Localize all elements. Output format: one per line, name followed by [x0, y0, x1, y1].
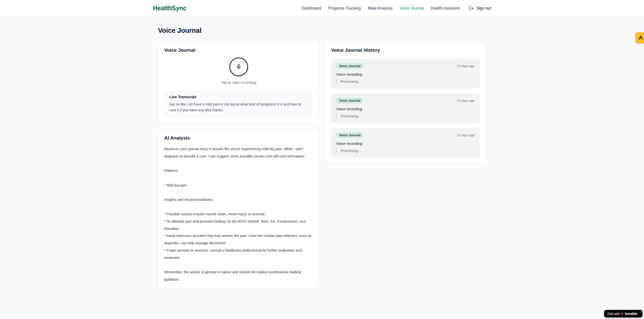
nav-dashboard[interactable]: Dashboard: [301, 6, 321, 11]
entry-status: Processing...: [336, 79, 475, 84]
entry-title: Voice recording: [336, 141, 475, 146]
edit-with-lovable-badge[interactable]: Edit with ♥ lovable ×: [604, 310, 642, 317]
entry-timestamp: 15 days ago: [457, 133, 475, 137]
sign-out-button[interactable]: Sign out: [469, 6, 491, 11]
lovable-logo-icon: [638, 35, 643, 41]
nav-voice-journal[interactable]: Voice Journal: [399, 6, 424, 11]
brand-logo[interactable]: HealthSync: [153, 5, 186, 12]
page-title: Voice Journal: [158, 27, 486, 35]
feedback-tab[interactable]: [635, 32, 644, 43]
recorder-card-title: Voice Journal: [164, 47, 313, 53]
sign-out-label: Sign out: [476, 6, 491, 11]
main-nav: Dashboard Progress Tracking Meal Analysi…: [301, 6, 491, 11]
nav-meal-analysis[interactable]: Meal Analysis: [368, 6, 393, 11]
entry-status: Processing...: [336, 114, 475, 119]
app-header: HealthSync Dashboard Progress Tracking M…: [0, 0, 644, 17]
close-icon[interactable]: ×: [640, 310, 641, 313]
live-transcript-title: Live Transcript: [169, 95, 308, 99]
ai-analysis-title: AI Analysis: [164, 135, 313, 141]
live-transcript-text: hey so like I do have a mild pain in my …: [169, 101, 308, 113]
entry-title: Voice recording: [336, 72, 475, 76]
live-transcript-box: Live Transcript hey so like I do have a …: [164, 91, 313, 117]
nav-progress-tracking[interactable]: Progress Tracking: [328, 6, 361, 11]
heart-icon: ♥: [621, 312, 623, 315]
entry-timestamp: 15 days ago: [457, 99, 475, 102]
entry-status: Processing...: [336, 148, 475, 153]
lovable-brand-label: lovable: [625, 312, 637, 316]
microphone-icon: [236, 64, 241, 70]
ai-analysis-card: AI Analysis Based on your journal entry,…: [158, 129, 319, 289]
main-content: Voice Journal Voice Journal: [158, 17, 486, 289]
entry-type-badge: Voice Journal: [336, 98, 363, 103]
history-entry[interactable]: Voice Journal 15 days ago Voice recordin…: [331, 128, 480, 158]
entry-type-badge: Voice Journal: [336, 132, 363, 138]
record-button[interactable]: [229, 58, 248, 76]
voice-recorder-card: Voice Journal Tap to start recording: [158, 41, 319, 123]
entry-title: Voice recording: [336, 107, 475, 111]
edit-with-label: Edit with: [607, 312, 620, 316]
nav-health-assistant[interactable]: Health Assistant: [431, 6, 460, 11]
history-entry[interactable]: Voice Journal 15 days ago Voice recordin…: [331, 93, 480, 123]
entry-timestamp: 15 days ago: [457, 64, 475, 68]
logout-icon: [469, 6, 474, 11]
history-entry[interactable]: Voice Journal 15 days ago Voice recordin…: [331, 59, 480, 89]
entry-type-badge: Voice Journal: [336, 63, 363, 69]
tap-to-record-hint: Tap to start recording: [221, 80, 256, 85]
ai-analysis-body: Based on your journal entry, it sounds l…: [164, 145, 313, 283]
voice-journal-history-card: Voice Journal History Voice Journal 15 d…: [325, 41, 486, 164]
history-card-title: Voice Journal History: [331, 47, 480, 53]
history-list: Voice Journal 15 days ago Voice recordin…: [331, 59, 480, 158]
